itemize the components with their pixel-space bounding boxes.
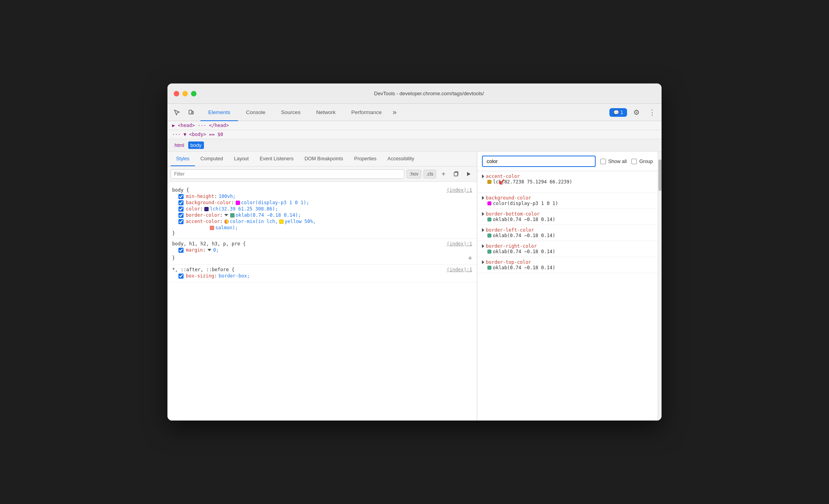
svg-marker-3	[467, 172, 471, 176]
margin-triangle[interactable]	[207, 249, 211, 251]
add-style-icon[interactable]: +	[438, 169, 449, 179]
prop-value-box-sizing[interactable]: border-box;	[218, 273, 249, 279]
right-panel: Show all Group accent-color	[477, 152, 658, 421]
color-swatch[interactable]	[204, 207, 209, 211]
prop-checkbox-margin[interactable]	[178, 248, 184, 253]
tab-accessibility[interactable]: Accessibility	[382, 152, 420, 166]
tab-layout[interactable]: Layout	[229, 152, 255, 166]
border-bottom-swatch[interactable]	[487, 218, 491, 221]
html-breadcrumb[interactable]: html	[172, 141, 187, 149]
bg-color-computed-swatch[interactable]	[487, 201, 491, 205]
border-top-expand[interactable]	[482, 260, 484, 264]
css-prop-box-sizing: box-sizing : border-box;	[178, 273, 472, 279]
computed-item-bg-color: background-color color(display-p3 1 0 1)	[477, 193, 658, 209]
prop-checkbox-min-height[interactable]	[178, 194, 184, 199]
styles-content: body { (index):1 min-height : 100vh;	[167, 182, 477, 421]
filter-input[interactable]	[171, 169, 404, 179]
accent-color-expand[interactable]	[482, 174, 484, 178]
prop-value-border-color[interactable]: oklab(0.74 −0.18 0.14);	[236, 212, 301, 218]
group-checkbox[interactable]	[631, 159, 637, 164]
prop-value-min-height[interactable]: 100vh;	[218, 194, 235, 199]
prop-checkbox-border-color[interactable]	[178, 213, 184, 218]
more-tabs-button[interactable]: »	[389, 108, 400, 116]
border-left-swatch[interactable]	[487, 234, 491, 237]
computed-list: accent-color lch(82.7238 75.1294 66.2239…	[477, 171, 658, 421]
tab-properties[interactable]: Properties	[349, 152, 382, 166]
prop-checkbox-accent-color[interactable]	[178, 219, 184, 224]
border-right-expand[interactable]	[482, 244, 484, 248]
prop-checkbox-box-sizing[interactable]	[178, 274, 184, 279]
scrollbar-thumb[interactable]	[658, 160, 662, 191]
device-icon[interactable]	[185, 106, 197, 119]
filter-bar: :hov .cls +	[167, 167, 477, 182]
border-bottom-value: oklab(0.74 −0.18 0.14)	[493, 217, 555, 222]
window-title: DevTools - developer.chrome.com/tags/dev…	[203, 91, 655, 96]
tab-console[interactable]: Console	[238, 104, 273, 121]
element-breadcrumb: html body	[167, 139, 662, 152]
border-bottom-expand[interactable]	[482, 212, 484, 216]
accent-color-computed-swatch[interactable]	[487, 180, 491, 184]
settings-icon[interactable]: ⚙	[630, 106, 643, 119]
border-right-swatch[interactable]	[487, 250, 491, 254]
minimize-button[interactable]	[182, 91, 188, 96]
computed-item-border-top: border-top-color oklab(0.74 −0.18 0.14)	[477, 257, 658, 273]
prop-checkbox-color[interactable]	[178, 207, 184, 212]
bg-color-prop: background-color	[486, 195, 531, 201]
play-icon[interactable]	[464, 169, 474, 179]
dom-breadcrumb: ▶ <head> ··· </head>	[167, 121, 662, 130]
show-all-checkbox[interactable]	[600, 159, 606, 164]
body-breadcrumb[interactable]: body	[188, 141, 204, 149]
head-tag[interactable]: ▶ <head> ··· </head>	[172, 123, 229, 128]
tab-styles[interactable]: Styles	[171, 152, 195, 166]
tab-computed[interactable]: Computed	[195, 152, 229, 166]
main-content: Styles Computed Layout Event Listeners D…	[167, 152, 662, 421]
inspect-icon[interactable]	[171, 106, 183, 119]
css-prop-min-height: min-height : 100vh;	[178, 194, 472, 199]
maximize-button[interactable]	[191, 91, 196, 96]
right-scrollbar[interactable]	[658, 152, 662, 421]
devtools-toolbar: Elements Console Sources Network Perform…	[167, 104, 662, 121]
css-source-universal[interactable]: (index):1	[447, 267, 472, 272]
tab-dom-breakpoints[interactable]: DOM Breakpoints	[299, 152, 349, 166]
copy-styles-icon[interactable]	[451, 169, 461, 179]
toolbar-tabs: Elements Console Sources Network Perform…	[200, 104, 400, 121]
tab-sources[interactable]: Sources	[273, 104, 309, 121]
notifications-badge[interactable]: 💬 1	[609, 108, 627, 117]
hov-button[interactable]: :hov	[407, 170, 421, 178]
tab-performance[interactable]: Performance	[344, 104, 389, 121]
close-button[interactable]	[174, 91, 179, 96]
css-rule-body-headings: body, h1, h2, h3, p, pre { (index):1 mar…	[167, 239, 477, 265]
prop-value-margin[interactable]: 0;	[213, 247, 219, 253]
tab-network[interactable]: Network	[308, 104, 344, 121]
bg-color-swatch[interactable]	[236, 201, 240, 205]
border-right-prop: border-right-color	[486, 243, 537, 249]
css-selector-body: body {	[172, 187, 189, 193]
prop-value-bg-color[interactable]: color(display-p3 1 0 1);	[241, 200, 309, 205]
border-top-swatch[interactable]	[487, 266, 491, 270]
show-all-group[interactable]: Show all	[600, 159, 627, 164]
red-arrow-border: ↙	[476, 209, 477, 224]
tab-elements[interactable]: Elements	[200, 104, 238, 121]
border-color-swatch[interactable]	[230, 213, 235, 218]
title-bar: DevTools - developer.chrome.com/tags/dev…	[167, 83, 662, 104]
add-rule-button[interactable]: +	[468, 254, 472, 262]
yellow-swatch[interactable]	[279, 219, 284, 224]
prop-checkbox-bg-color[interactable]	[178, 200, 184, 205]
cls-button[interactable]: .cls	[424, 170, 436, 178]
border-bottom-prop: border-bottom-color	[486, 211, 540, 217]
tab-event-listeners[interactable]: Event Listeners	[254, 152, 299, 166]
toolbar-icons	[171, 106, 197, 119]
accent-color-swatch[interactable]	[224, 219, 229, 224]
bg-color-expand[interactable]	[482, 196, 484, 200]
show-all-label: Show all	[608, 159, 627, 164]
group-group[interactable]: Group	[631, 159, 653, 164]
prop-value-color[interactable]: lch(32.39 61.25 308.86);	[210, 206, 278, 212]
menu-icon[interactable]: ⋮	[646, 106, 658, 119]
salmon-swatch[interactable]	[210, 226, 214, 230]
body-tag[interactable]: ··· ▼ <body> == $0	[172, 132, 223, 137]
border-color-triangle[interactable]	[224, 214, 228, 216]
css-source-body[interactable]: (index):1	[447, 187, 472, 193]
css-source-headings[interactable]: (index):1	[447, 241, 472, 247]
computed-search-input[interactable]	[482, 156, 596, 167]
border-left-expand[interactable]	[482, 228, 484, 232]
